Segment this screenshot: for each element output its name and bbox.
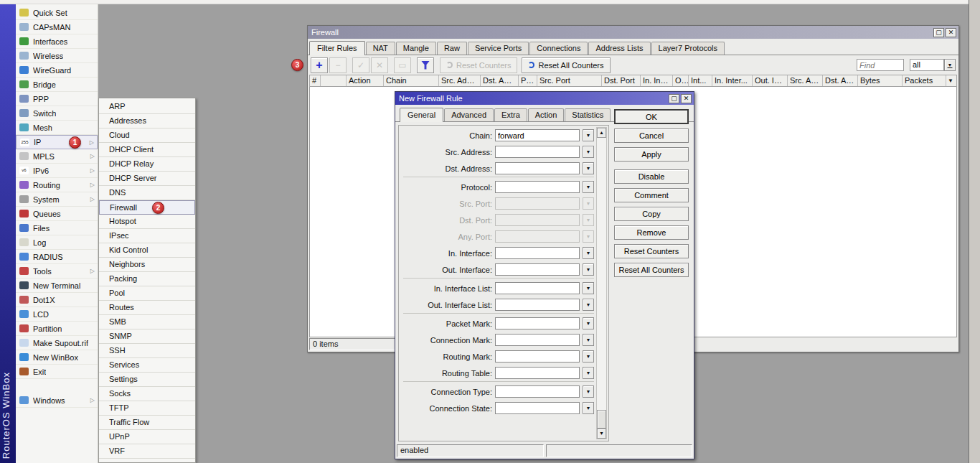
sidebar-item-24[interactable]: New WinBox [16,350,98,365]
submenu-item-16[interactable]: SNMP [99,329,195,344]
sidebar-item-11[interactable]: v6 IPv6 ▷ [16,164,98,178]
submenu-item-17[interactable]: SSH [99,344,195,358]
field-input-11[interactable] [495,317,580,329]
field-input-0[interactable] [495,129,580,141]
sidebar-item-8[interactable]: Mesh [16,121,98,135]
sidebar-item-2[interactable]: Interfaces [16,34,98,49]
submenu-item-23[interactable]: UPnP [99,430,195,444]
toolbar-button-0[interactable]: + [311,57,328,73]
submenu-item-3[interactable]: DHCP Client [99,143,195,157]
sidebar-item-20[interactable]: Dot1X [16,293,98,307]
firewall-tab-0[interactable]: Filter Rules [309,41,365,55]
sidebar-item-10[interactable]: MPLS ▷ [16,149,98,164]
toolbar-button-5[interactable] [417,57,434,73]
column-header-4[interactable]: Src. Address [439,75,481,86]
dropdown-button[interactable]: ▼ [583,385,594,398]
sidebar-item-23[interactable]: Make Supout.rif [16,336,98,350]
submenu-item-4[interactable]: DHCP Relay [99,157,195,172]
column-header-12[interactable]: In. Inter... [712,75,753,86]
sidebar-item-6[interactable]: PPP [16,92,98,106]
submenu-item-13[interactable]: Pool [99,286,195,301]
field-input-16[interactable] [495,402,580,414]
scroll-up-icon[interactable]: ▲ [597,128,606,138]
dialog-button-5[interactable]: Copy [614,207,689,221]
sidebar-item-1[interactable]: CAPsMAN [16,20,98,34]
dropdown-button[interactable]: ▼ [583,146,594,158]
dialog-button-4[interactable]: Comment [614,188,689,202]
reset-counters-button-1[interactable]: Reset All Counters [522,57,610,73]
toolbar-button-4[interactable]: ▭ [394,57,411,73]
dropdown-button[interactable]: ▼ [583,162,594,174]
submenu-item-2[interactable]: Cloud [99,128,195,143]
field-input-7[interactable] [495,247,580,259]
dropdown-button[interactable]: ▼ [583,317,594,329]
submenu-item-15[interactable]: SMB [99,315,195,329]
column-header-16[interactable]: Bytes [858,75,903,86]
reset-counters-button-0[interactable]: Reset Counters [440,57,517,73]
column-header-11[interactable]: Int... [689,75,712,86]
sidebar-item-18[interactable]: Tools ▷ [16,264,98,279]
sidebar-item-7[interactable]: Switch [16,106,98,121]
dialog-button-3[interactable]: Disable [614,169,689,184]
sidebar-item-3[interactable]: Wireless [16,49,98,63]
firewall-tab-3[interactable]: Raw [437,42,467,55]
column-header-7[interactable]: Src. Port [537,75,602,86]
find-input[interactable] [857,59,904,71]
sidebar-item-windows[interactable]: Windows ▷ [16,393,98,408]
sidebar-item-21[interactable]: LCD [16,307,98,322]
sidebar-item-19[interactable]: New Terminal [16,279,98,293]
submenu-item-5[interactable]: DHCP Server [99,172,195,186]
dropdown-button[interactable]: ▼ [583,181,594,193]
dialog-button-7[interactable]: Reset Counters [614,244,689,258]
dropdown-button[interactable]: ▼ [583,214,594,226]
sidebar-item-16[interactable]: Log [16,235,98,250]
firewall-tab-1[interactable]: NAT [366,42,395,55]
column-header-1[interactable] [321,75,347,86]
scroll-thumb[interactable] [597,410,606,429]
dropdown-button[interactable]: ▼ [944,59,956,71]
dropdown-button[interactable]: ▼ [583,299,594,311]
close-icon[interactable]: ✕ [681,94,692,103]
column-header-6[interactable]: Proto... [519,75,537,86]
column-header-3[interactable]: Chain [384,75,439,86]
column-header-8[interactable]: Dst. Port [602,75,641,86]
sidebar-item-12[interactable]: Routing ▷ [16,178,98,192]
dropdown-button[interactable]: ▼ [583,197,594,210]
dropdown-button[interactable]: ▼ [583,263,594,276]
firewall-tab-6[interactable]: Address Lists [588,42,650,55]
submenu-item-19[interactable]: Settings [99,373,195,387]
field-input-1[interactable] [495,146,580,158]
submenu-item-10[interactable]: Kid Control [99,243,195,258]
dialog-button-6[interactable]: Remove [614,225,689,240]
column-header-13[interactable]: Out. Int... [753,75,788,86]
submenu-item-11[interactable]: Neighbors [99,258,195,272]
submenu-item-1[interactable]: Addresses [99,114,195,128]
column-header-17[interactable]: Packets [903,75,946,86]
sidebar-item-0[interactable]: Quick Set [16,6,98,20]
field-input-3[interactable] [495,181,580,193]
dropdown-button[interactable]: ▼ [583,129,594,141]
toolbar-button-2[interactable]: ✓ [352,57,369,73]
maximize-icon[interactable]: ▢ [933,28,944,37]
sidebar-item-25[interactable]: Exit [16,365,98,379]
dropdown-button[interactable]: ▼ [583,367,594,379]
firewall-tab-4[interactable]: Service Ports [468,42,529,55]
dialog-button-0[interactable]: OK [614,109,689,124]
sidebar-item-14[interactable]: Queues [16,207,98,221]
sidebar-item-15[interactable]: Files [16,221,98,235]
column-header-2[interactable]: Action [347,75,384,86]
column-header-5[interactable]: Dst. Address [481,75,519,86]
sidebar-item-9[interactable]: 255 IP 1 ▷ [16,135,98,149]
submenu-item-8[interactable]: Hotspot [99,215,195,229]
dialog-tab-2[interactable]: Extra [494,108,527,121]
dropdown-button[interactable]: ▼ [583,350,594,363]
submenu-item-9[interactable]: IPsec [99,229,195,243]
maximize-icon[interactable]: ▢ [669,94,679,103]
column-header-15[interactable]: Dst. Ad... [823,75,858,86]
submenu-item-22[interactable]: Traffic Flow [99,416,195,430]
dialog-button-1[interactable]: Cancel [614,128,689,143]
dialog-titlebar[interactable]: New Firewall Rule ▢ ✕ [395,92,694,105]
firewall-titlebar[interactable]: Firewall ▢ ✕ [308,26,958,39]
field-input-13[interactable] [495,350,580,363]
dialog-tab-3[interactable]: Action [528,108,565,121]
